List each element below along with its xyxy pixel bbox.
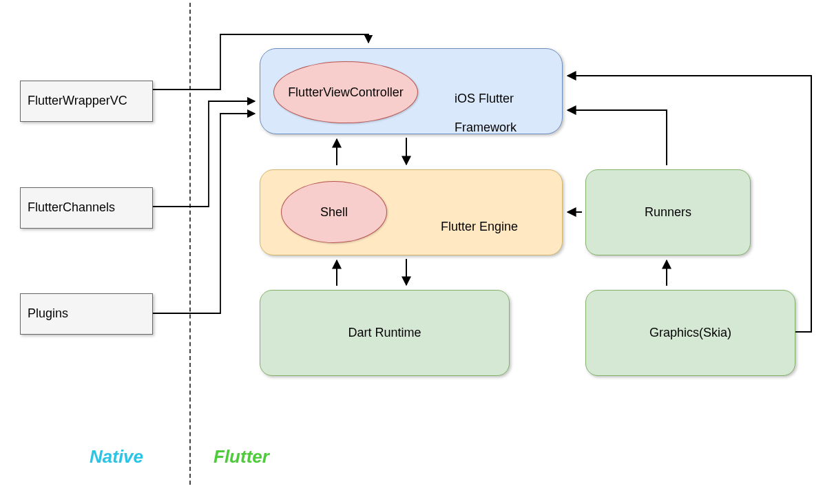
- diagram-canvas: { "native": { "wrapper": "FlutterWrapper…: [0, 0, 834, 504]
- edge-plugins-to-framework: [153, 114, 255, 313]
- native-box-channels: FlutterChannels: [20, 187, 153, 229]
- flutter-view-controller-label: FlutterViewController: [288, 85, 404, 100]
- runners-label: Runners: [645, 204, 691, 220]
- runners-box: Runners: [585, 169, 751, 255]
- native-box-wrapper-label: FlutterWrapperVC: [28, 93, 127, 109]
- native-box-plugins: Plugins: [20, 293, 153, 335]
- flutter-framework-label: iOS Flutter Framework: [441, 77, 517, 149]
- shell-ellipse: Shell: [281, 181, 387, 243]
- edge-channels-to-framework: [153, 101, 255, 207]
- native-box-wrapper: FlutterWrapperVC: [20, 81, 153, 122]
- graphics-label: Graphics(Skia): [649, 325, 731, 341]
- edge-runners-to-framework: [567, 110, 667, 165]
- shell-label: Shell: [320, 205, 348, 220]
- graphics-box: Graphics(Skia): [585, 290, 795, 376]
- zone-label-flutter: Flutter: [213, 446, 269, 468]
- flutter-view-controller-ellipse: FlutterViewController: [273, 61, 418, 123]
- native-box-channels-label: FlutterChannels: [28, 200, 115, 216]
- flutter-engine-label: Flutter Engine: [427, 205, 518, 249]
- zone-label-native: Native: [90, 446, 143, 468]
- dart-runtime-box: Dart Runtime: [260, 290, 510, 376]
- zone-divider: [189, 3, 191, 485]
- native-box-plugins-label: Plugins: [28, 306, 68, 322]
- dart-runtime-label: Dart Runtime: [348, 325, 421, 341]
